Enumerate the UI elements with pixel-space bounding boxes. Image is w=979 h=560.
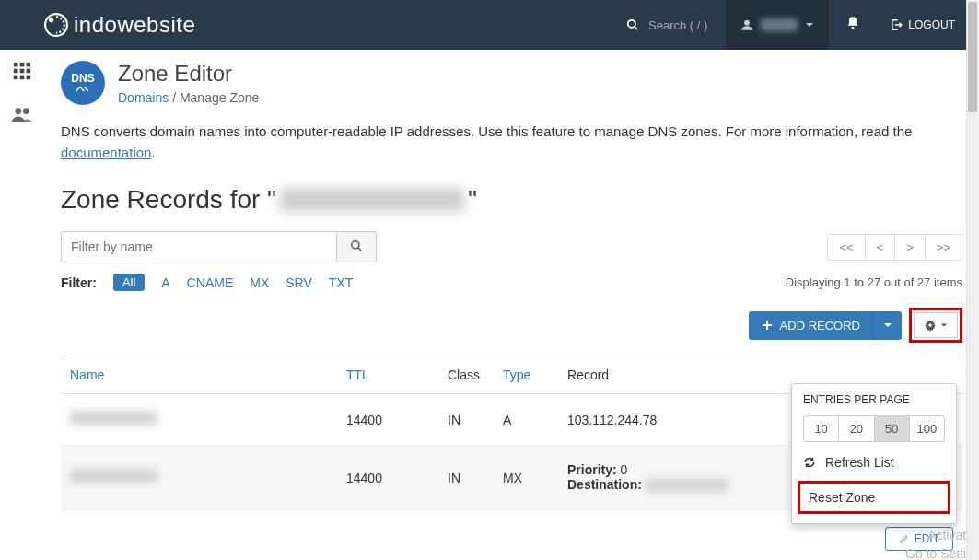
add-record-button-group: ADD RECORD (749, 311, 902, 340)
entries-per-page-group: 10 20 50 100 (803, 415, 945, 442)
gear-button-highlight (909, 308, 962, 343)
filter-input[interactable] (61, 231, 337, 262)
svg-rect-9 (14, 69, 18, 74)
entries-100-button[interactable]: 100 (909, 415, 945, 442)
svg-point-4 (744, 20, 750, 26)
caret-down-icon (883, 321, 892, 330)
username-obscured (761, 18, 798, 31)
refresh-icon (803, 456, 816, 469)
apps-grid-icon[interactable] (12, 61, 32, 87)
svg-point-2 (628, 20, 635, 28)
logout-icon (890, 18, 903, 31)
breadcrumb: Domains / Manage Zone (118, 90, 259, 105)
bell-icon (845, 16, 860, 30)
left-sidebar (0, 50, 44, 129)
displaying-count: Displaying 1 to 27 out of 27 items (786, 275, 962, 289)
pager-last-button[interactable]: >> (925, 234, 962, 261)
logout-button[interactable]: LOGOUT (877, 18, 968, 31)
breadcrumb-domains-link[interactable]: Domains (118, 90, 169, 105)
cell-class: IN (438, 394, 494, 446)
filter-tab-txt[interactable]: TXT (329, 275, 353, 290)
destination-obscured (646, 478, 728, 493)
caret-down-icon (805, 20, 814, 29)
record-name-obscured (70, 469, 157, 484)
plus-icon (762, 320, 773, 331)
svg-rect-7 (20, 63, 25, 67)
pager-next-button[interactable]: > (894, 234, 926, 261)
col-ttl[interactable]: TTL (337, 356, 438, 394)
refresh-list-label: Refresh List (825, 455, 894, 470)
svg-rect-10 (20, 69, 25, 74)
logout-label: LOGOUT (908, 18, 955, 31)
topbar: indowebsite Search ( / ) LOGOUT (0, 0, 979, 50)
svg-point-16 (23, 108, 29, 114)
entries-20-button[interactable]: 20 (838, 415, 874, 442)
add-record-button[interactable]: ADD RECORD (749, 311, 873, 340)
pencil-icon (899, 534, 909, 544)
entries-10-button[interactable]: 10 (803, 415, 839, 442)
filter-tab-all[interactable]: All (113, 274, 145, 291)
caret-down-icon (940, 321, 948, 329)
cell-type: MX (494, 446, 558, 510)
entries-50-button[interactable]: 50 (874, 415, 910, 442)
filter-label: Filter: (61, 275, 97, 290)
brand-logo-icon (44, 13, 68, 37)
documentation-link[interactable]: documentation (61, 145, 151, 160)
refresh-list-button[interactable]: Refresh List (803, 455, 945, 470)
brand-text: indowebsite (74, 12, 195, 38)
svg-point-21 (928, 323, 932, 327)
cell-class: IN (438, 446, 494, 510)
settings-gear-button[interactable] (914, 312, 958, 338)
user-icon (740, 18, 753, 31)
scrollbar-thumb[interactable] (968, 2, 977, 112)
filter-tab-cname[interactable]: CNAME (187, 275, 234, 290)
page-description: DNS converts domain names into computer-… (61, 122, 962, 163)
breadcrumb-current: Manage Zone (180, 90, 259, 105)
col-type[interactable]: Type (494, 356, 558, 394)
page-title: Zone Editor (118, 61, 259, 87)
svg-point-1 (49, 18, 53, 22)
filter-search-button[interactable] (337, 231, 377, 262)
svg-rect-6 (14, 63, 18, 67)
svg-rect-8 (27, 63, 31, 67)
settings-dropdown-panel: ENTRIES PER PAGE 10 20 50 100 Refresh Li… (791, 383, 957, 524)
filter-tab-mx[interactable]: MX (250, 275, 269, 290)
edit-button[interactable]: EDIT (885, 527, 953, 551)
domain-name-obscured (280, 188, 464, 212)
entries-per-page-label: ENTRIES PER PAGE (803, 393, 945, 406)
brand[interactable]: indowebsite (44, 12, 195, 38)
search-icon (626, 18, 639, 31)
main-content: DNS Zone Editor Domains / Manage Zone DN… (44, 50, 979, 560)
svg-point-5 (852, 27, 855, 29)
svg-rect-14 (27, 76, 31, 80)
search-placeholder: Search ( / ) (648, 18, 707, 32)
reset-zone-highlight: Reset Zone (798, 481, 950, 514)
pager-prev-button[interactable]: < (865, 234, 896, 261)
search-box[interactable]: Search ( / ) (608, 18, 726, 32)
svg-point-15 (15, 108, 21, 114)
scrollbar[interactable] (966, 0, 979, 560)
user-menu[interactable] (726, 0, 829, 50)
users-group-icon[interactable] (11, 105, 33, 129)
col-name[interactable]: Name (61, 356, 337, 394)
notifications-button[interactable] (829, 16, 877, 34)
pager: << < > >> (828, 234, 962, 261)
cell-ttl: 14400 (337, 446, 438, 510)
svg-rect-11 (27, 69, 31, 74)
add-record-dropdown-button[interactable] (873, 311, 902, 340)
svg-line-3 (635, 27, 638, 30)
svg-rect-12 (14, 76, 18, 80)
svg-line-18 (358, 247, 362, 251)
col-class: Class (438, 356, 494, 394)
cell-type: A (494, 394, 558, 446)
pager-first-button[interactable]: << (827, 234, 865, 261)
dns-badge-icon: DNS (61, 61, 105, 105)
zone-records-heading: Zone Records for " " (61, 185, 962, 215)
svg-rect-13 (20, 76, 25, 80)
add-record-label: ADD RECORD (780, 319, 860, 332)
filter-tab-a[interactable]: A (161, 275, 169, 290)
reset-zone-button[interactable]: Reset Zone (803, 486, 945, 508)
filter-tab-srv[interactable]: SRV (286, 275, 312, 290)
search-icon (350, 239, 363, 252)
cell-ttl: 14400 (337, 394, 438, 446)
